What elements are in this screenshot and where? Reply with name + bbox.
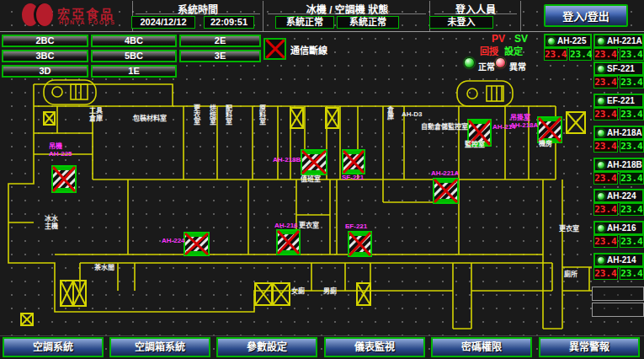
unit-status-led bbox=[597, 256, 605, 265]
unit-name-label: EF-221 bbox=[607, 96, 635, 105]
walls bbox=[8, 80, 592, 329]
unit-SF-221-pv-value: 23.4 bbox=[593, 76, 618, 88]
unit-status-led bbox=[597, 129, 605, 137]
equipment-marker-SF-221[interactable] bbox=[343, 150, 365, 174]
nav-button-參數設定[interactable]: 參數設定 bbox=[216, 337, 317, 357]
unit-AH-214-sv-value: 23.4 bbox=[620, 267, 644, 280]
unit-EF-221-pv-value: 23.4 bbox=[593, 108, 618, 121]
normal-led-icon bbox=[464, 57, 475, 68]
stair-marker bbox=[44, 112, 55, 125]
unit-name-label: AH-225 bbox=[557, 36, 586, 46]
unit-AH-224-sv-value: 23.4 bbox=[620, 203, 644, 216]
ahu-status-value: 系統正常 bbox=[337, 16, 399, 29]
unit-AH-221A-sv-value: 23.4 bbox=[620, 48, 644, 61]
system-clock-value: 22:09:51 bbox=[204, 16, 254, 29]
unit-status-led bbox=[597, 97, 605, 105]
equipment-marker-AH-216[interactable] bbox=[277, 230, 300, 255]
stair-marker bbox=[567, 112, 585, 133]
unit-AH-224[interactable]: AH-224 bbox=[593, 189, 644, 203]
floor-button-5BC[interactable]: 5BC bbox=[91, 50, 177, 62]
unit-name-label: AH-218A bbox=[607, 128, 642, 137]
equipment-marker-AH-214[interactable] bbox=[468, 120, 491, 146]
unit-name-label: AH-218B bbox=[607, 160, 642, 169]
nav-button-空調系統[interactable]: 空調系統 bbox=[3, 337, 104, 357]
unit-EF-221[interactable]: EF-221 bbox=[593, 94, 644, 108]
unit-AH-221A[interactable]: AH-221A bbox=[593, 34, 644, 48]
bottom-nav-bar: 空調系統空調箱系統參數設定儀表監視密碼權限異常警報 bbox=[0, 335, 644, 359]
equipment-marker-AH-224[interactable] bbox=[184, 233, 209, 255]
unit-AH-218B-pv-value: 23.4 bbox=[593, 172, 618, 185]
unit-AH-218A-sv-value: 23.4 bbox=[620, 140, 644, 153]
brand-subname: HUNYA FOODS bbox=[59, 19, 115, 25]
unit-AH-214-pv-value: 23.4 bbox=[593, 267, 618, 280]
stair-marker bbox=[61, 281, 73, 306]
unit-status-led bbox=[597, 65, 605, 73]
normal-legend-label: 正常 bbox=[478, 60, 495, 72]
floor-button-2BC[interactable]: 2BC bbox=[2, 35, 88, 47]
floor-button-3E[interactable]: 3E bbox=[179, 50, 261, 62]
unit-status-led bbox=[597, 161, 605, 169]
unit-AH-218A-pv-value: 23.4 bbox=[593, 140, 618, 153]
pv-abbr-label: PV bbox=[492, 33, 505, 45]
abnormal-legend-label: 異常 bbox=[509, 60, 526, 72]
equipment-marker-EF-221[interactable] bbox=[349, 232, 371, 256]
pv-name-label: 回授 bbox=[480, 44, 498, 57]
divider bbox=[263, 1, 263, 31]
comm-offline-label: 通信斷線 bbox=[290, 43, 327, 56]
nav-button-空調箱系統[interactable]: 空調箱系統 bbox=[109, 337, 210, 357]
unit-name-label: SF-221 bbox=[607, 64, 635, 73]
unit-AH-224-pv-value: 23.4 bbox=[593, 203, 618, 216]
equipment-marker-AH-225[interactable] bbox=[52, 166, 76, 192]
floor-button-3D[interactable]: 3D bbox=[2, 65, 88, 78]
floor-button-2E[interactable]: 2E bbox=[179, 35, 261, 47]
equipment-marker-AH-218B[interactable] bbox=[301, 150, 327, 174]
unit-name-label: AH-214 bbox=[607, 255, 636, 265]
unit-SF-221[interactable]: SF-221 bbox=[593, 62, 644, 76]
unit-name-label: AH-224 bbox=[607, 191, 636, 201]
unit-name-label: AH-216 bbox=[607, 223, 636, 233]
unit-AH-218A[interactable]: AH-218A bbox=[593, 126, 644, 140]
scada-screen: 宏亞食品 HUNYA FOODS 系統時間 2024/12/12 22:09:5… bbox=[0, 0, 644, 359]
unit-AH-214[interactable]: AH-214 bbox=[593, 253, 644, 267]
sv-name-label: 設定 bbox=[504, 44, 523, 57]
abnormal-led-icon bbox=[495, 57, 506, 68]
empty-unit-slot bbox=[592, 303, 644, 317]
floor-button-1E[interactable]: 1E bbox=[91, 65, 177, 78]
login-logout-button[interactable]: 登入/登出 bbox=[544, 4, 628, 27]
unit-name-label: AH-221A bbox=[607, 36, 642, 46]
stairwell-pod bbox=[457, 81, 513, 106]
unit-status-led bbox=[597, 37, 605, 46]
chiller-status-value: 系統正常 bbox=[275, 16, 334, 29]
unit-EF-221-sv-value: 23.4 bbox=[620, 108, 644, 121]
unit-status-led bbox=[597, 224, 605, 233]
nav-button-儀表監視[interactable]: 儀表監視 bbox=[324, 337, 425, 357]
unit-AH-216-pv-value: 23.4 bbox=[593, 235, 618, 248]
unit-AH-218B[interactable]: AH-218B bbox=[593, 158, 644, 172]
floor-button-3BC[interactable]: 3BC bbox=[2, 50, 88, 62]
sv-abbr-label: SV bbox=[514, 33, 528, 45]
unit-status-led bbox=[597, 192, 605, 201]
stair-marker bbox=[290, 108, 303, 128]
stair-marker bbox=[21, 313, 33, 325]
divider bbox=[136, 13, 260, 14]
unit-SF-221-sv-value: 23.4 bbox=[620, 76, 644, 88]
equipment-marker-AH-221A[interactable] bbox=[434, 179, 458, 203]
empty-unit-slot bbox=[592, 287, 644, 301]
unit-AH-216-sv-value: 23.4 bbox=[620, 235, 644, 248]
floor-plan: 吊機 AH-225AH-218BSF-221AH-214吊掛室 AH-218AA… bbox=[0, 78, 644, 335]
brand-logo-icon bbox=[22, 3, 56, 28]
equipment-marker-AH-218A[interactable] bbox=[538, 117, 562, 142]
unit-AH-225[interactable]: AH-225 bbox=[544, 34, 592, 48]
stair-marker bbox=[273, 283, 290, 305]
unit-status-led bbox=[547, 37, 556, 46]
nav-button-密碼權限[interactable]: 密碼權限 bbox=[431, 337, 532, 357]
unit-AH-221A-pv-value: 23.4 bbox=[593, 48, 618, 61]
unit-AH-225-sv-value: 23.4 bbox=[569, 48, 592, 61]
floor-button-4BC[interactable]: 4BC bbox=[91, 35, 177, 47]
system-date-value: 2024/12/12 bbox=[131, 16, 195, 29]
nav-button-異常警報[interactable]: 異常警報 bbox=[539, 337, 640, 357]
floor-plan-drawing bbox=[0, 78, 644, 335]
stair-marker bbox=[326, 108, 338, 128]
divider bbox=[520, 1, 521, 31]
unit-AH-216[interactable]: AH-216 bbox=[593, 221, 644, 235]
